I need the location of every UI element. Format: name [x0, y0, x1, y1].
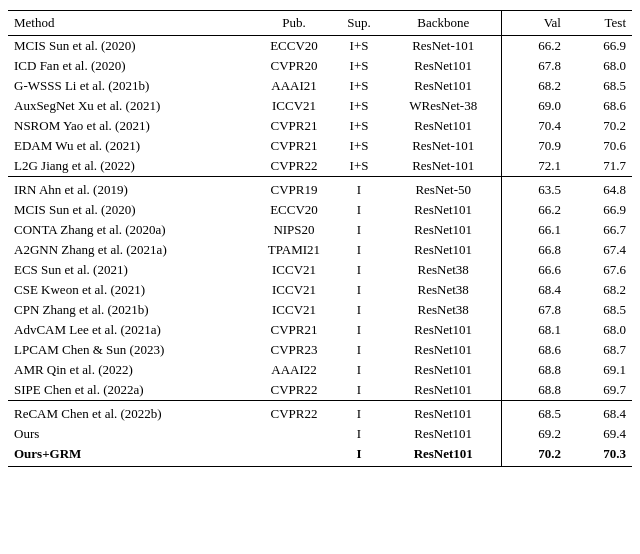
- cell-backbone: ResNet-101: [385, 156, 502, 177]
- cell-method: CONTA Zhang et al. (2020a): [8, 220, 255, 240]
- table-row: ECS Sun et al. (2021) ICCV21 I ResNet38 …: [8, 260, 632, 280]
- cell-backbone: ResNet38: [385, 280, 502, 300]
- cell-sup: I+S: [333, 156, 385, 177]
- cell-backbone: ResNet101: [385, 220, 502, 240]
- cell-backbone: ResNet101: [385, 240, 502, 260]
- cell-backbone: ResNet-50: [385, 177, 502, 201]
- cell-test: 69.4: [567, 424, 632, 444]
- table-row: LPCAM Chen & Sun (2023) CVPR23 I ResNet1…: [8, 340, 632, 360]
- cell-pub: CVPR21: [255, 136, 333, 156]
- cell-pub: CVPR19: [255, 177, 333, 201]
- cell-val: 69.0: [502, 96, 567, 116]
- cell-sup: I+S: [333, 116, 385, 136]
- cell-method: CSE Kweon et al. (2021): [8, 280, 255, 300]
- cell-method: L2G Jiang et al. (2022): [8, 156, 255, 177]
- table-row: AMR Qin et al. (2022) AAAI22 I ResNet101…: [8, 360, 632, 380]
- cell-method: A2GNN Zhang et al. (2021a): [8, 240, 255, 260]
- table-row: SIPE Chen et al. (2022a) CVPR22 I ResNet…: [8, 380, 632, 401]
- cell-pub: CVPR22: [255, 401, 333, 425]
- cell-sup: I+S: [333, 36, 385, 57]
- cell-sup: I+S: [333, 76, 385, 96]
- table-row: IRN Ahn et al. (2019) CVPR19 I ResNet-50…: [8, 177, 632, 201]
- cell-pub: ECCV20: [255, 36, 333, 57]
- cell-test: 67.4: [567, 240, 632, 260]
- cell-test: 64.8: [567, 177, 632, 201]
- col-sup: Sup.: [333, 11, 385, 36]
- cell-pub: AAAI21: [255, 76, 333, 96]
- cell-method: SIPE Chen et al. (2022a): [8, 380, 255, 401]
- cell-sup: I: [333, 360, 385, 380]
- cell-pub: CVPR21: [255, 116, 333, 136]
- cell-test: 70.2: [567, 116, 632, 136]
- cell-pub: TPAMI21: [255, 240, 333, 260]
- cell-pub: ICCV21: [255, 300, 333, 320]
- col-backbone: Backbone: [385, 11, 502, 36]
- cell-sup: I: [333, 380, 385, 401]
- cell-method: EDAM Wu et al. (2021): [8, 136, 255, 156]
- cell-test: 68.2: [567, 280, 632, 300]
- cell-backbone: ResNet38: [385, 300, 502, 320]
- cell-pub: AAAI22: [255, 360, 333, 380]
- cell-method: AdvCAM Lee et al. (2021a): [8, 320, 255, 340]
- cell-method: G-WSSS Li et al. (2021b): [8, 76, 255, 96]
- cell-test: 68.4: [567, 401, 632, 425]
- cell-test: 70.6: [567, 136, 632, 156]
- col-val: Val: [502, 11, 567, 36]
- cell-val: 66.6: [502, 260, 567, 280]
- cell-sup: I: [333, 220, 385, 240]
- cell-val: 68.1: [502, 320, 567, 340]
- cell-sup: I+S: [333, 96, 385, 116]
- col-method: Method: [8, 11, 255, 36]
- cell-val: 70.9: [502, 136, 567, 156]
- cell-backbone: ResNet101: [385, 360, 502, 380]
- cell-val: 67.8: [502, 56, 567, 76]
- table-row: G-WSSS Li et al. (2021b) AAAI21 I+S ResN…: [8, 76, 632, 96]
- table-row: CSE Kweon et al. (2021) ICCV21 I ResNet3…: [8, 280, 632, 300]
- cell-method: AuxSegNet Xu et al. (2021): [8, 96, 255, 116]
- cell-val: 69.2: [502, 424, 567, 444]
- cell-backbone: ResNet101: [385, 424, 502, 444]
- cell-method: IRN Ahn et al. (2019): [8, 177, 255, 201]
- cell-test: 67.6: [567, 260, 632, 280]
- cell-pub: ICCV21: [255, 280, 333, 300]
- cell-sup: I: [333, 177, 385, 201]
- cell-test: 66.9: [567, 200, 632, 220]
- cell-test: 69.7: [567, 380, 632, 401]
- cell-sup: I: [333, 260, 385, 280]
- cell-sup: I+S: [333, 136, 385, 156]
- cell-sup: I: [333, 200, 385, 220]
- cell-backbone: ResNet101: [385, 380, 502, 401]
- cell-val: 63.5: [502, 177, 567, 201]
- cell-pub: CVPR20: [255, 56, 333, 76]
- cell-val: 70.4: [502, 116, 567, 136]
- table-row: CPN Zhang et al. (2021b) ICCV21 I ResNet…: [8, 300, 632, 320]
- table-row: MCIS Sun et al. (2020) ECCV20 I+S ResNet…: [8, 36, 632, 57]
- col-pub: Pub.: [255, 11, 333, 36]
- cell-test: 68.7: [567, 340, 632, 360]
- cell-test: 70.3: [567, 444, 632, 467]
- cell-pub: NIPS20: [255, 220, 333, 240]
- table-row: A2GNN Zhang et al. (2021a) TPAMI21 I Res…: [8, 240, 632, 260]
- cell-sup: I: [333, 424, 385, 444]
- cell-test: 68.0: [567, 56, 632, 76]
- cell-val: 68.5: [502, 401, 567, 425]
- cell-test: 68.5: [567, 76, 632, 96]
- cell-sup: I: [333, 340, 385, 360]
- table-row: ICD Fan et al. (2020) CVPR20 I+S ResNet1…: [8, 56, 632, 76]
- cell-pub: [255, 424, 333, 444]
- cell-val: 68.6: [502, 340, 567, 360]
- cell-val: 67.8: [502, 300, 567, 320]
- cell-test: 68.0: [567, 320, 632, 340]
- table-row: ReCAM Chen et al. (2022b) CVPR22 I ResNe…: [8, 401, 632, 425]
- cell-backbone: ResNet101: [385, 116, 502, 136]
- cell-sup: I: [333, 240, 385, 260]
- cell-pub: CVPR21: [255, 320, 333, 340]
- col-test: Test: [567, 11, 632, 36]
- cell-backbone: WResNet-38: [385, 96, 502, 116]
- table-row: EDAM Wu et al. (2021) CVPR21 I+S ResNet-…: [8, 136, 632, 156]
- cell-backbone: ResNet101: [385, 320, 502, 340]
- cell-test: 71.7: [567, 156, 632, 177]
- cell-backbone: ResNet-101: [385, 36, 502, 57]
- cell-test: 66.9: [567, 36, 632, 57]
- cell-test: 68.5: [567, 300, 632, 320]
